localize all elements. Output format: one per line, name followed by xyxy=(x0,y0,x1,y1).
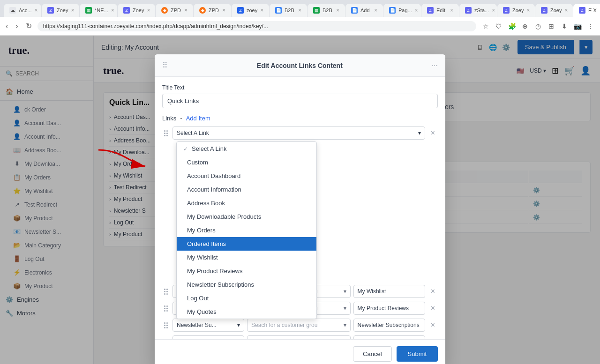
dropdown-item-my-quotes[interactable]: My Quotes xyxy=(177,305,316,319)
dropdown-item-account-dashboard[interactable]: Account Dashboard xyxy=(177,169,316,183)
browser-tab-10[interactable]: 📄 Add × xyxy=(345,4,383,17)
address-bar[interactable] xyxy=(38,21,476,31)
add-item-link[interactable]: Add Item xyxy=(186,115,210,122)
cancel-button[interactable]: Cancel xyxy=(353,346,391,362)
dropdown-item-my-wishlist[interactable]: My Wishlist xyxy=(177,251,316,264)
browser-tab-4[interactable]: Z Zoey × xyxy=(118,4,155,17)
tab-close[interactable]: × xyxy=(298,7,301,14)
drag-handle[interactable] xyxy=(162,337,170,340)
browser-toolbar: ‹ › ↻ ☆ 🛡 🧩 ⊕ ◷ ⊞ ⬇ 📷 ⋮ xyxy=(0,17,600,36)
tab-close[interactable]: × xyxy=(35,7,38,14)
link-select-value: Log Out xyxy=(177,339,197,339)
drag-handle[interactable] xyxy=(162,304,170,313)
forward-button[interactable]: › xyxy=(14,20,20,32)
browser-tab-12[interactable]: Z Edit × xyxy=(421,4,459,17)
tab-close[interactable]: × xyxy=(492,7,495,14)
dropdown-item-newsletter-subscriptions[interactable]: Newsletter Subscriptions xyxy=(177,278,316,291)
download-icon[interactable]: ⬇ xyxy=(559,21,570,32)
browser-tab-15[interactable]: Z Zoey × xyxy=(535,4,573,17)
tab-label: ZPD xyxy=(209,7,219,13)
dropdown-item-my-orders[interactable]: My Orders xyxy=(177,223,316,237)
remove-wishlist-button[interactable]: × xyxy=(428,286,438,297)
browser-tab-11[interactable]: 📄 Pag... × xyxy=(383,4,421,17)
tab-label: *NE... xyxy=(95,7,108,13)
browser-tab-5[interactable]: ◆ ZPD × xyxy=(156,4,193,17)
link-select-1[interactable]: Select A Link ▾ xyxy=(172,126,425,140)
links-section-title: Links xyxy=(162,115,176,122)
link-select-logout[interactable]: Log Out ▾ xyxy=(172,335,244,339)
tab-close[interactable]: × xyxy=(147,7,150,14)
dropdown-item-ordered-items[interactable]: Ordered Items xyxy=(177,237,316,251)
drag-handle[interactable] xyxy=(162,128,170,138)
drag-handle[interactable] xyxy=(162,287,170,297)
reload-button[interactable]: ↻ xyxy=(24,20,34,32)
tab-close[interactable]: × xyxy=(374,7,377,14)
tab-close[interactable]: × xyxy=(450,7,453,14)
tab-close[interactable]: × xyxy=(564,7,568,14)
link-label-logout[interactable]: Log Out xyxy=(353,335,425,339)
remove-row-1-button[interactable]: × xyxy=(428,128,438,138)
customer-group-logout[interactable]: Seach for a customer grou ▾ xyxy=(247,335,351,339)
tab-label: Zoey xyxy=(57,7,68,13)
close-icon[interactable]: ··· xyxy=(432,61,438,70)
tab-close[interactable]: × xyxy=(260,7,263,14)
dropdown-item-select-link[interactable]: ✓ Select A Link xyxy=(177,142,316,156)
camera-icon[interactable]: 📷 xyxy=(572,21,583,32)
dropdown-item-product-reviews[interactable]: My Product Reviews xyxy=(177,264,316,278)
tab-close[interactable]: × xyxy=(71,7,74,14)
browser-tab-14[interactable]: Z Zoey × xyxy=(497,4,535,17)
dropdown-item-label: Ordered Items xyxy=(187,240,226,247)
tab-close[interactable]: × xyxy=(415,7,418,14)
remove-product-reviews-button[interactable]: × xyxy=(428,303,438,313)
link-select-newsletter[interactable]: Newsletter Su... ▾ xyxy=(172,319,244,332)
dropdown-item-log-out[interactable]: Log Out xyxy=(177,291,316,305)
tab-label: Zoey xyxy=(512,7,524,13)
browser-tabs: ☁ Acc... × Z Zoey × ▦ *NE... × Z Zoey × … xyxy=(0,0,600,17)
modal-body: Title Text Links - Add Item Select A Lin… xyxy=(155,77,445,339)
drag-handle[interactable] xyxy=(162,320,170,330)
tab-close[interactable]: × xyxy=(222,7,225,14)
browser-tab-6[interactable]: ◆ ZPD × xyxy=(194,4,231,17)
browser-tab-2[interactable]: Z Zoey × xyxy=(42,4,79,17)
settings-icon[interactable]: ⋮ xyxy=(585,21,596,32)
browser-tab-1[interactable]: ☁ Acc... × xyxy=(4,4,41,17)
bookmark-icon[interactable]: ☆ xyxy=(480,21,491,32)
drag-handle-icon[interactable]: ⠿ xyxy=(162,61,168,70)
dropdown-item-address-book[interactable]: Address Book xyxy=(177,196,316,210)
link-dropdown[interactable]: ✓ Select A Link Custom Account Dashboard… xyxy=(176,141,317,319)
tab-close[interactable]: × xyxy=(111,7,114,14)
tab-close[interactable]: × xyxy=(184,7,188,14)
browser-tab-9[interactable]: ▦ B2B × xyxy=(308,4,345,17)
dropdown-item-account-information[interactable]: Account Information xyxy=(177,183,316,196)
back-button[interactable]: ‹ xyxy=(4,20,10,32)
dropdown-item-downloadable-products[interactable]: My Downloadable Products xyxy=(177,210,316,223)
link-label-wishlist[interactable]: My Wishlist xyxy=(353,285,425,298)
browser-tab-7[interactable]: Z zoey × xyxy=(232,4,269,17)
browser-tab-13[interactable]: Z zSta... × xyxy=(459,4,497,17)
puzzle-icon[interactable]: 🧩 xyxy=(506,21,518,32)
remove-newsletter-button[interactable]: × xyxy=(428,320,438,330)
tab-label: B2B xyxy=(322,7,332,13)
apps-icon[interactable]: ⊞ xyxy=(546,21,557,32)
remove-logout-button[interactable]: × xyxy=(428,337,438,339)
tab-label: Edit xyxy=(436,7,445,13)
dropdown-item-custom[interactable]: Custom xyxy=(177,156,316,169)
dropdown-item-label: Account Dashboard xyxy=(187,172,240,179)
submit-button[interactable]: Submit xyxy=(397,346,438,362)
browser-tab-8[interactable]: 📄 B2B × xyxy=(270,4,307,17)
link-label-newsletter[interactable]: Newsletter Subscriptions xyxy=(353,319,425,332)
tab-close[interactable]: × xyxy=(526,7,530,14)
title-text-input[interactable] xyxy=(162,94,438,108)
browser-tab-3[interactable]: ▦ *NE... × xyxy=(80,4,117,17)
dropdown-item-label: Log Out xyxy=(187,295,209,302)
link-label-product-reviews[interactable]: My Product Reviews xyxy=(353,302,425,315)
modal-header: ⠿ Edit Account Links Content ··· xyxy=(155,54,445,77)
customer-group-newsletter[interactable]: Seach for a customer grou ▾ xyxy=(247,319,351,332)
extension-icon[interactable]: ⊕ xyxy=(519,21,531,32)
customer-group-placeholder: Seach for a customer grou xyxy=(251,339,317,339)
dropdown-item-label: Custom xyxy=(187,159,208,166)
history-icon[interactable]: ◷ xyxy=(532,21,544,32)
tab-close[interactable]: × xyxy=(336,7,339,14)
browser-tab-active[interactable]: Z E X × xyxy=(573,4,600,17)
dropdown-item-label: My Wishlist xyxy=(187,254,218,261)
